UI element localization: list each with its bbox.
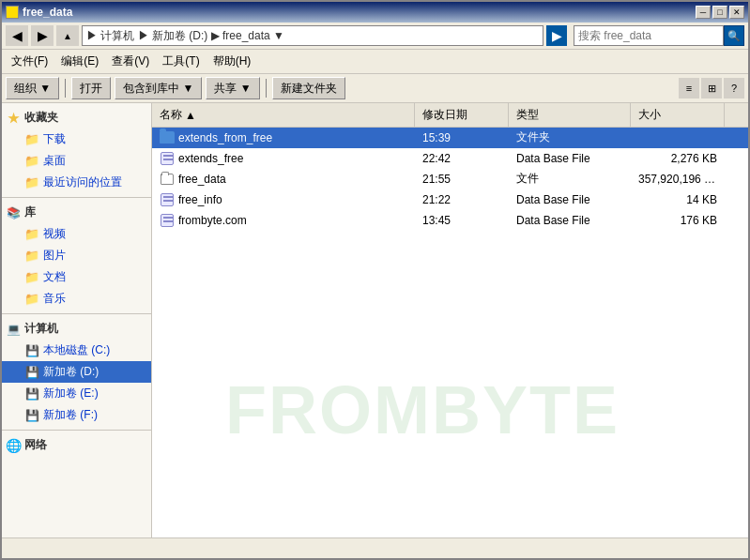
file-name-cell: free_data — [152, 170, 415, 189]
include-lib-button[interactable]: 包含到库中 ▼ — [115, 77, 202, 99]
desktop-label: 桌面 — [43, 153, 66, 169]
sidebar-library-header[interactable]: 📚 库 — [2, 202, 151, 223]
sidebar-new-d[interactable]: 💾 新加卷 (D:) — [2, 361, 151, 383]
nav-bar: ◀ ▶ ▲ ▶ 计算机 ▶ 新加卷 (D:) ▶ free_data ▼ ▶ 🔍 — [2, 23, 748, 50]
drive-d-icon: 💾 — [24, 365, 39, 380]
view-controls: ≡ ⊞ ? — [679, 78, 744, 98]
open-button[interactable]: 打开 — [71, 77, 111, 99]
new-e-label: 新加卷 (E:) — [43, 386, 99, 401]
table-row[interactable]: free_info 21:22 Data Base File 14 KB — [152, 189, 748, 210]
sidebar-computer-header[interactable]: 💻 计算机 — [2, 318, 151, 340]
sidebar-video[interactable]: 📁 视频 — [2, 223, 151, 245]
table-row[interactable]: extends_free 22:42 Data Base File 2,276 … — [152, 148, 748, 169]
list-view-button[interactable]: ≡ — [679, 78, 699, 98]
file-type-cell: Data Base File — [509, 212, 631, 229]
col-size-label: 大小 — [638, 107, 661, 123]
menu-help[interactable]: 帮助(H) — [209, 52, 255, 71]
col-type-header[interactable]: 类型 — [509, 103, 631, 127]
col-name-header[interactable]: 名称 ▲ — [152, 103, 415, 127]
drive-f-icon: 💾 — [24, 408, 39, 423]
db-file-icon — [161, 193, 174, 206]
db-file-icon — [161, 214, 174, 227]
file-date-cell: 13:45 — [415, 212, 509, 229]
file-name-cell: extends_free — [152, 149, 415, 168]
sidebar-new-e[interactable]: 💾 新加卷 (E:) — [2, 383, 151, 404]
video-icon: 📁 — [24, 227, 39, 242]
maximize-button[interactable]: □ — [712, 6, 727, 19]
sidebar-new-f[interactable]: 💾 新加卷 (F:) — [2, 404, 151, 426]
main-content: ★ 收藏夹 📁 下载 📁 桌面 📁 最近访问的位置 — [2, 103, 748, 537]
file-date-cell: 21:55 — [415, 171, 509, 188]
sidebar-desktop[interactable]: 📁 桌面 — [2, 150, 151, 172]
file-name-cell: extends_from_free — [152, 129, 415, 147]
computer-icon: 💻 — [6, 322, 21, 337]
col-date-header[interactable]: 修改日期 — [415, 103, 509, 127]
search-input[interactable] — [574, 25, 724, 46]
back-button[interactable]: ◀ — [6, 25, 28, 46]
computer-label: 计算机 — [24, 321, 58, 337]
help-button[interactable]: ? — [724, 78, 744, 98]
file-name: extends_from_free — [178, 131, 272, 144]
file-icon — [160, 172, 175, 187]
address-bar[interactable]: ▶ 计算机 ▶ 新加卷 (D:) ▶ free_data ▼ — [82, 25, 543, 46]
file-list: extends_from_free 15:39 文件夹 extends_free… — [152, 128, 748, 537]
sidebar-divider-3 — [2, 430, 151, 431]
sidebar-music[interactable]: 📁 音乐 — [2, 288, 151, 310]
drive-c-icon: 💾 — [24, 343, 39, 358]
menu-edit[interactable]: 编辑(E) — [57, 52, 102, 71]
network-icon: 🌐 — [6, 438, 21, 453]
file-icon — [160, 151, 175, 166]
sort-arrow: ▲ — [185, 109, 196, 122]
sidebar-image[interactable]: 📁 图片 — [2, 245, 151, 266]
up-button[interactable]: ▲ — [56, 25, 79, 46]
table-row[interactable]: frombyte.com 13:45 Data Base File 176 KB — [152, 210, 748, 231]
file-type-cell: Data Base File — [509, 150, 631, 167]
file-icon — [160, 192, 175, 207]
recent-label: 最近访问的位置 — [43, 174, 122, 190]
sidebar-download[interactable]: 📁 下载 — [2, 129, 151, 150]
table-row[interactable]: free_data 21:55 文件 357,920,196 KB — [152, 169, 748, 189]
address-text: ▶ 计算机 ▶ 新加卷 (D:) ▶ free_data ▼ — [86, 28, 284, 44]
table-row[interactable]: extends_from_free 15:39 文件夹 — [152, 128, 748, 148]
document-label: 文档 — [43, 269, 66, 285]
file-type-cell: 文件夹 — [509, 128, 631, 147]
col-size-header[interactable]: 大小 — [631, 103, 725, 127]
close-button[interactable]: ✕ — [729, 6, 744, 19]
file-size-cell: 357,920,196 KB — [631, 171, 725, 188]
status-bar — [2, 537, 748, 558]
image-folder-icon: 📁 — [24, 249, 39, 264]
new-folder-button[interactable]: 新建文件夹 — [272, 77, 345, 99]
desktop-folder-icon: 📁 — [24, 154, 39, 169]
file-name: frombyte.com — [178, 214, 247, 227]
sidebar-divider-2 — [2, 313, 151, 314]
sidebar-network-header[interactable]: 🌐 网络 — [2, 434, 151, 456]
col-date-label: 修改日期 — [422, 107, 467, 123]
share-button[interactable]: 共享 ▼ — [206, 77, 259, 99]
action-bar: 组织 ▼ 打开 包含到库中 ▼ 共享 ▼ 新建文件夹 ≡ ⊞ ? — [2, 74, 748, 103]
grid-view-button[interactable]: ⊞ — [701, 78, 722, 98]
file-date-cell: 15:39 — [415, 129, 509, 146]
menu-view[interactable]: 查看(V) — [108, 52, 153, 71]
menu-file[interactable]: 文件(F) — [8, 52, 52, 71]
sidebar-document[interactable]: 📁 文档 — [2, 266, 151, 288]
menu-bar: 文件(F) 编辑(E) 查看(V) 工具(T) 帮助(H) — [2, 50, 748, 74]
recent-folder-icon: 📁 — [24, 175, 39, 190]
video-label: 视频 — [43, 226, 66, 242]
sidebar-local-c[interactable]: 💾 本地磁盘 (C:) — [2, 340, 151, 361]
search-area: 🔍 — [574, 25, 744, 46]
search-button[interactable]: 🔍 — [724, 25, 744, 46]
minimize-button[interactable]: ─ — [696, 6, 711, 19]
file-area: 名称 ▲ 修改日期 类型 大小 extends_from_free 15:39 — [152, 103, 748, 537]
refresh-button[interactable]: ▶ — [546, 25, 567, 46]
file-name: extends_free — [178, 152, 243, 165]
organize-button[interactable]: 组织 ▼ — [6, 77, 59, 99]
forward-button[interactable]: ▶ — [31, 25, 54, 46]
menu-tools[interactable]: 工具(T) — [159, 52, 203, 71]
music-label: 音乐 — [43, 291, 66, 307]
library-icon: 📚 — [6, 205, 21, 220]
sidebar-favorites-header[interactable]: ★ 收藏夹 — [2, 107, 151, 129]
separator-1 — [65, 79, 66, 98]
file-size-cell — [631, 136, 725, 140]
music-folder-icon: 📁 — [24, 292, 39, 307]
sidebar-recent[interactable]: 📁 最近访问的位置 — [2, 172, 151, 193]
